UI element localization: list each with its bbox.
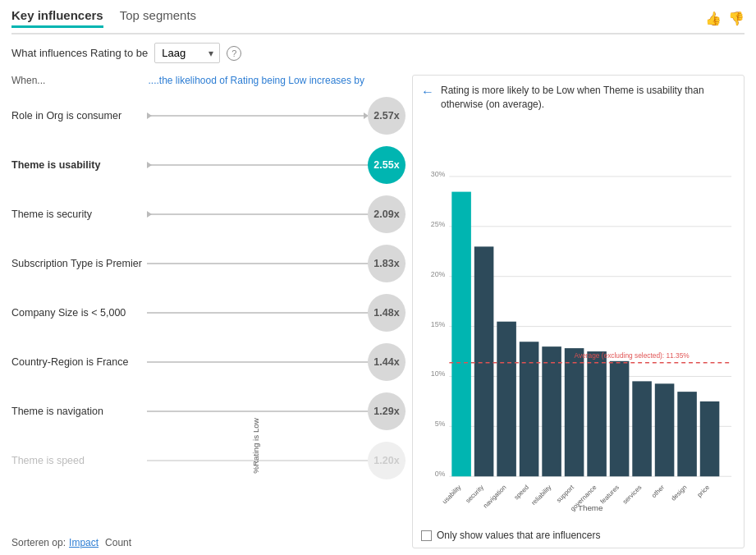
svg-text:25%: 25% [431,219,446,227]
svg-text:services: services [621,484,644,506]
influencer-value: 1.48x [373,307,399,319]
bar-features[interactable] [610,360,630,475]
bar-services[interactable] [632,381,652,476]
filter-select[interactable]: Laag [154,43,220,63]
influencer-value: 2.09x [373,209,399,220]
influencer-value: 1.44x [373,356,399,368]
average-label: Average (excluding selected): 11.35% [575,351,690,359]
influencer-label: Theme is usability [11,159,147,171]
svg-text:15%: 15% [431,319,446,328]
chart-area: %Rating is Low 0% 5% 10% 15% 20% 25% 30% [421,118,735,525]
bar-support[interactable] [565,348,584,476]
detail-panel: ← Rating is more likely to be Low when T… [412,75,745,548]
y-axis-label: %Rating is Low [251,417,260,474]
influencer-value: 2.57x [373,110,399,122]
influencer-label: Company Size is < 5,000 [11,307,147,319]
sort-row: Sorteren op: Impact Count [11,537,405,548]
bar-design[interactable] [677,392,697,476]
influencer-label: Country-Region is France [11,356,147,368]
svg-text:security: security [465,484,486,505]
svg-text:navigation: navigation [482,484,508,510]
svg-text:speed: speed [513,484,530,501]
svg-text:0%: 0% [435,470,446,478]
svg-text:10%: 10% [431,369,446,378]
svg-text:design: design [670,484,689,502]
influencer-item[interactable]: Company Size is < 5,000 1.48x [11,291,405,334]
bar-reliability[interactable] [542,346,561,476]
svg-text:support: support [555,483,575,503]
svg-text:price: price [696,483,712,498]
tab-key-influencers[interactable]: Key influencers [11,8,103,28]
influencer-value: 1.29x [373,406,399,417]
checkbox-row: Only show values that are influencers [421,530,735,541]
svg-text:usability: usability [441,484,462,505]
thumbs-down-button[interactable]: 👎 [728,11,745,26]
influencer-item[interactable]: Country-Region is France 1.44x [11,341,405,383]
svg-text:other: other [650,483,666,498]
influencer-item-faded[interactable]: Theme is speed 1.20x [11,439,405,482]
bar-usability[interactable] [451,191,471,476]
influencer-item-selected[interactable]: Theme is usability 2.55x [11,144,405,186]
influencer-item[interactable]: Subscription Type is Premier 1.83x [11,242,405,285]
influencer-label: Subscription Type is Premier [11,258,147,269]
influencer-value: 1.20x [373,455,399,466]
bar-governance[interactable] [587,351,607,476]
sort-count-option[interactable]: Count [105,537,131,548]
influencer-list: Role in Org is consumer 2.57x Theme is u… [11,94,405,532]
svg-text:reliability: reliability [530,484,553,507]
detail-title: Rating is more likely to be Low when The… [441,84,735,112]
svg-text:5%: 5% [435,420,446,428]
x-axis-label: Theme [578,503,603,512]
bar-other[interactable] [655,383,675,476]
tab-top-segments[interactable]: Top segments [120,8,196,28]
svg-text:30%: 30% [431,170,446,178]
svg-text:20%: 20% [431,269,446,278]
influencer-label: Theme is security [11,209,147,220]
thumbs-up-button[interactable]: 👍 [705,11,722,26]
sort-impact-option[interactable]: Impact [69,537,99,548]
influencer-value: 2.55x [373,159,399,171]
checkbox-influencers[interactable] [421,530,432,541]
bar-chart-svg: %Rating is Low 0% 5% 10% 15% 20% 25% 30% [421,118,735,525]
col-when-header: When... [11,75,45,88]
bar-price[interactable] [700,401,720,476]
influencer-value: 1.83x [373,258,399,269]
influencer-label: Theme is navigation [11,406,147,417]
influencer-label: Theme is speed [11,455,147,466]
influencer-item[interactable]: Theme is security 2.09x [11,193,405,236]
back-arrow[interactable]: ← [421,85,434,99]
svg-text:features: features [599,484,621,505]
influencer-item[interactable]: Theme is navigation 1.29x [11,390,405,433]
sort-label: Sorteren op: [11,537,66,548]
bar-navigation[interactable] [497,321,516,476]
filter-label: What influences Rating to be [11,47,148,59]
col-likelihood-header: ....the likelihood of Rating being Low i… [149,75,365,88]
help-icon[interactable]: ? [227,46,241,61]
influencer-label: Role in Org is consumer [11,110,147,122]
bar-security[interactable] [474,246,494,476]
checkbox-label: Only show values that are influencers [437,530,600,541]
bar-speed[interactable] [520,342,539,476]
influencer-item[interactable]: Role in Org is consumer 2.57x [11,94,405,137]
